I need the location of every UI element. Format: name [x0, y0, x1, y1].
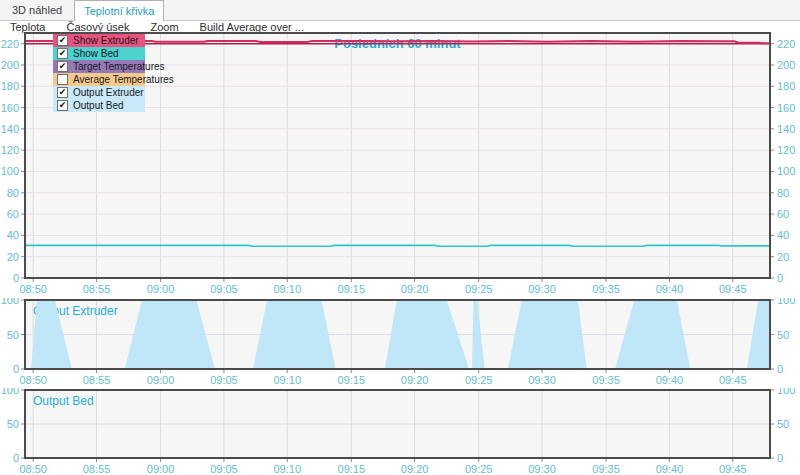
svg-text:09:20: 09:20 [401, 283, 429, 295]
checkbox-icon[interactable]: ✔ [57, 48, 68, 59]
svg-text:09:45: 09:45 [719, 283, 747, 295]
checkbox-icon[interactable]: ✔ [57, 35, 68, 46]
legend-label: Target Temperatures [73, 61, 165, 72]
checkbox-icon[interactable] [57, 74, 68, 85]
svg-text:40: 40 [777, 229, 789, 241]
svg-text:0: 0 [777, 272, 783, 284]
svg-text:0: 0 [777, 452, 783, 464]
svg-text:09:00: 09:00 [147, 374, 175, 386]
legend-row[interactable]: ✔ Output Bed [53, 99, 145, 112]
svg-text:50: 50 [777, 418, 789, 430]
svg-text:100: 100 [1, 298, 19, 306]
svg-text:160: 160 [1, 102, 19, 114]
svg-text:180: 180 [777, 80, 795, 92]
svg-text:09:40: 09:40 [656, 463, 684, 475]
svg-text:140: 140 [1, 123, 19, 135]
svg-text:09:40: 09:40 [656, 283, 684, 295]
svg-text:09:10: 09:10 [273, 463, 301, 475]
svg-text:120: 120 [777, 144, 795, 156]
svg-text:09:20: 09:20 [401, 374, 429, 386]
legend-label: Show Extruder [73, 35, 139, 46]
svg-text:09:20: 09:20 [401, 463, 429, 475]
svg-text:09:00: 09:00 [147, 283, 175, 295]
svg-text:09:40: 09:40 [656, 374, 684, 386]
svg-text:80: 80 [777, 187, 789, 199]
svg-text:09:05: 09:05 [210, 374, 238, 386]
legend-label: Output Bed [73, 100, 124, 111]
legend-row[interactable]: ✔ Show Extruder [53, 34, 145, 47]
svg-text:Output Bed: Output Bed [33, 394, 94, 408]
svg-text:08:55: 08:55 [83, 463, 111, 475]
svg-text:0: 0 [13, 272, 19, 284]
chart-legend: ✔ Show Extruder ✔ Show Bed ✔ Target Temp… [53, 34, 145, 112]
svg-text:140: 140 [777, 123, 795, 135]
checkbox-icon[interactable]: ✔ [57, 61, 68, 72]
svg-text:09:05: 09:05 [210, 463, 238, 475]
svg-text:08:50: 08:50 [19, 283, 47, 295]
svg-text:80: 80 [7, 187, 19, 199]
svg-text:60: 60 [7, 208, 19, 220]
temperature-curve-page: 3D náhledTeplotní křivka TeplotaČasový ú… [0, 0, 800, 475]
svg-text:180: 180 [1, 80, 19, 92]
svg-text:08:55: 08:55 [83, 283, 111, 295]
svg-text:100: 100 [1, 165, 19, 177]
svg-text:100: 100 [777, 165, 795, 177]
svg-text:0: 0 [13, 452, 19, 464]
svg-text:08:55: 08:55 [83, 374, 111, 386]
legend-row[interactable]: Average Temperatures [53, 73, 145, 86]
legend-label: Output Extruder [73, 87, 144, 98]
svg-text:50: 50 [7, 418, 19, 430]
legend-row[interactable]: ✔ Output Extruder [53, 86, 145, 99]
legend-row[interactable]: ✔ Show Bed [53, 47, 145, 60]
checkbox-icon[interactable]: ✔ [57, 87, 68, 98]
svg-text:100: 100 [777, 298, 795, 306]
svg-text:200: 200 [1, 59, 19, 71]
svg-text:120: 120 [1, 144, 19, 156]
svg-text:160: 160 [777, 102, 795, 114]
svg-text:09:30: 09:30 [528, 374, 556, 386]
svg-text:09:35: 09:35 [592, 283, 620, 295]
svg-text:0: 0 [13, 363, 19, 375]
tab-inactive[interactable]: 3D náhled [2, 0, 72, 20]
svg-text:09:05: 09:05 [210, 283, 238, 295]
svg-text:09:30: 09:30 [528, 463, 556, 475]
svg-text:09:25: 09:25 [465, 463, 493, 475]
svg-text:09:35: 09:35 [592, 374, 620, 386]
svg-text:50: 50 [777, 329, 789, 341]
svg-text:09:15: 09:15 [338, 283, 366, 295]
legend-row[interactable]: ✔ Target Temperatures [53, 60, 145, 73]
svg-text:220: 220 [1, 38, 19, 50]
checkbox-icon[interactable]: ✔ [57, 100, 68, 111]
svg-text:40: 40 [7, 229, 19, 241]
svg-text:09:45: 09:45 [719, 374, 747, 386]
svg-text:09:15: 09:15 [338, 374, 366, 386]
svg-text:50: 50 [7, 329, 19, 341]
svg-text:20: 20 [777, 251, 789, 263]
tab-active[interactable]: Teplotní křivka [74, 0, 164, 21]
svg-text:200: 200 [777, 59, 795, 71]
svg-text:09:25: 09:25 [465, 283, 493, 295]
legend-label: Show Bed [73, 48, 119, 59]
svg-text:09:10: 09:10 [273, 283, 301, 295]
svg-text:09:00: 09:00 [147, 463, 175, 475]
svg-text:0: 0 [777, 363, 783, 375]
svg-text:09:45: 09:45 [719, 463, 747, 475]
svg-text:08:50: 08:50 [19, 463, 47, 475]
svg-text:08:50: 08:50 [19, 374, 47, 386]
svg-text:09:30: 09:30 [528, 283, 556, 295]
tab-strip: 3D náhledTeplotní křivka [0, 0, 800, 21]
svg-text:09:35: 09:35 [592, 463, 620, 475]
legend-label: Average Temperatures [73, 74, 174, 85]
svg-text:220: 220 [777, 38, 795, 50]
svg-text:60: 60 [777, 208, 789, 220]
svg-text:100: 100 [777, 388, 795, 396]
svg-text:09:10: 09:10 [273, 374, 301, 386]
svg-text:09:15: 09:15 [338, 463, 366, 475]
svg-text:100: 100 [1, 388, 19, 396]
output-extruder-chart: Output Extruder00505010010008:5008:5509:… [0, 298, 800, 388]
svg-text:20: 20 [7, 251, 19, 263]
output-bed-chart: Output Bed00505010010008:5008:5509:0009:… [0, 388, 800, 475]
svg-text:09:25: 09:25 [465, 374, 493, 386]
